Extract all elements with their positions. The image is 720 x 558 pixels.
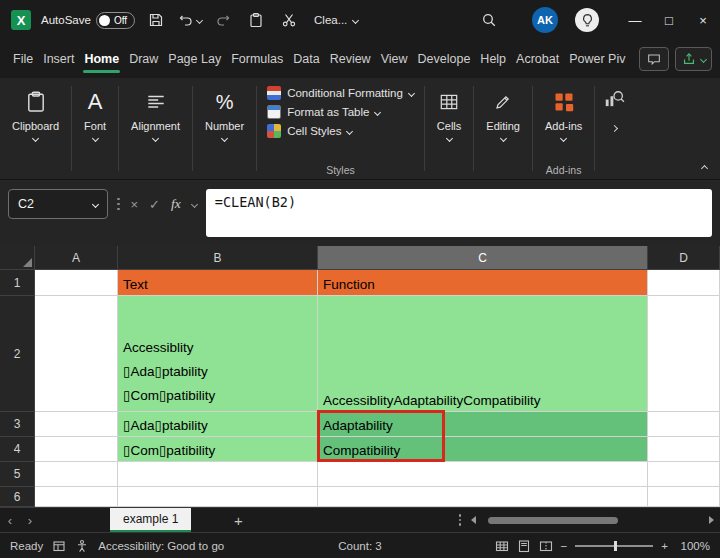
sheet-tab-example1[interactable]: example 1 — [110, 508, 191, 532]
analyze-data-icon[interactable] — [603, 88, 625, 110]
cell-d5[interactable] — [648, 462, 720, 487]
collapse-ribbon-chevron-icon[interactable] — [701, 165, 708, 172]
scroll-left-icon[interactable] — [471, 516, 476, 524]
scrollbar-thumb[interactable] — [488, 517, 618, 524]
row-header-3[interactable]: 3 — [0, 412, 35, 437]
cell-a6[interactable] — [35, 487, 118, 507]
col-header-b[interactable]: B — [118, 246, 318, 270]
zoom-in-button[interactable]: + — [661, 540, 668, 552]
lightbulb-button[interactable] — [575, 8, 599, 32]
cell-a3[interactable] — [35, 412, 118, 437]
macro-record-button[interactable] — [52, 539, 66, 553]
tab-view[interactable]: View — [376, 42, 413, 76]
cell-c4[interactable]: Compatibility — [318, 437, 648, 462]
save-button[interactable] — [144, 8, 168, 32]
accessibility-status[interactable]: Accessibility: Good to go — [98, 540, 224, 552]
select-all-corner[interactable] — [0, 246, 35, 270]
tab-insert[interactable]: Insert — [38, 42, 79, 76]
cell-d2[interactable] — [648, 296, 720, 412]
autosave-switch[interactable]: Off — [96, 12, 135, 29]
cell-a1[interactable] — [35, 270, 118, 296]
close-button[interactable]: × — [686, 0, 720, 40]
accessibility-icon[interactable] — [75, 539, 89, 553]
undo-dropdown-chevron-icon[interactable] — [196, 16, 203, 23]
name-box[interactable]: C2 — [8, 189, 108, 219]
autosave-toggle[interactable]: AutoSave Off — [41, 12, 135, 29]
redo-button[interactable] — [211, 8, 235, 32]
excel-logo-icon[interactable]: X — [10, 9, 32, 31]
comments-button[interactable] — [639, 47, 669, 71]
tab-data[interactable]: Data — [288, 42, 324, 76]
alignment-button[interactable]: Alignment — [131, 88, 180, 141]
row-header-4[interactable]: 4 — [0, 437, 35, 462]
conditional-formatting-button[interactable]: Conditional Formatting — [267, 86, 414, 100]
page-break-view-button[interactable] — [539, 539, 553, 553]
tab-developer[interactable]: Develope — [413, 42, 476, 76]
cell-c5[interactable] — [318, 462, 648, 487]
avatar[interactable]: AK — [532, 7, 558, 33]
col-header-c[interactable]: C — [318, 246, 648, 270]
search-button[interactable] — [477, 8, 501, 32]
cell-c3[interactable]: Adaptability — [318, 412, 648, 437]
paste-button[interactable] — [244, 8, 268, 32]
cell-d3[interactable] — [648, 412, 720, 437]
drag-handle-icon[interactable] — [117, 198, 120, 211]
col-header-d[interactable]: D — [648, 246, 720, 270]
insert-function-button[interactable]: fx — [171, 196, 181, 212]
format-as-table-button[interactable]: Format as Table — [267, 105, 380, 119]
maximize-button[interactable]: □ — [652, 0, 686, 40]
formula-bar-chevron-icon[interactable] — [191, 200, 198, 207]
next-sheet-button[interactable]: › — [20, 513, 40, 528]
row-header-6[interactable]: 6 — [0, 487, 35, 507]
zoom-slider[interactable] — [575, 545, 653, 547]
cell-d1[interactable] — [648, 270, 720, 296]
row-header-5[interactable]: 5 — [0, 462, 35, 487]
share-button[interactable] — [675, 47, 712, 71]
prev-sheet-button[interactable]: ‹ — [0, 513, 20, 528]
cell-c1[interactable]: Function — [318, 270, 648, 296]
normal-view-button[interactable] — [495, 539, 509, 553]
minimize-button[interactable]: — — [618, 0, 652, 40]
tab-page-layout[interactable]: Page Lay — [163, 42, 226, 76]
cell-c6[interactable] — [318, 487, 648, 507]
zoom-slider-thumb[interactable] — [614, 541, 617, 551]
cell-b4[interactable]: ▯Com▯patibility — [118, 437, 318, 462]
cell-d4[interactable] — [648, 437, 720, 462]
cell-styles-button[interactable]: Cell Styles — [267, 124, 352, 138]
tab-home[interactable]: Home — [79, 42, 124, 76]
cell-b3[interactable]: ▯Ada▯ptability — [118, 412, 318, 437]
sheet-options-kebab-icon[interactable] — [449, 514, 472, 526]
add-ins-button[interactable]: Add-ins — [545, 88, 582, 141]
cancel-entry-button[interactable]: × — [131, 197, 139, 212]
cells-button[interactable]: Cells — [437, 88, 461, 141]
cell-a5[interactable] — [35, 462, 118, 487]
cell-b5[interactable] — [118, 462, 318, 487]
tab-formulas[interactable]: Formulas — [226, 42, 288, 76]
confirm-entry-button[interactable]: ✓ — [149, 197, 160, 212]
tab-file[interactable]: File — [8, 42, 38, 76]
tab-draw[interactable]: Draw — [124, 42, 163, 76]
page-layout-view-button[interactable] — [517, 539, 531, 553]
add-sheet-button[interactable]: + — [227, 512, 249, 529]
horizontal-scrollbar[interactable] — [471, 516, 714, 525]
cell-a4[interactable] — [35, 437, 118, 462]
cell-b1[interactable]: Text — [118, 270, 318, 296]
number-button[interactable]: % Number — [205, 88, 244, 141]
cell-c2-active[interactable]: AccessiblityAdaptabilityCompatibility — [318, 296, 648, 412]
clipboard-button[interactable]: Clipboard — [12, 88, 59, 141]
ribbon-expand-chevron-icon[interactable] — [611, 125, 618, 132]
zoom-out-button[interactable]: − — [561, 540, 568, 552]
qat-command-dropdown[interactable]: Clea... — [314, 14, 358, 26]
tab-help[interactable]: Help — [475, 42, 511, 76]
editing-button[interactable]: Editing — [486, 88, 520, 141]
zoom-level[interactable]: 100% — [676, 540, 710, 552]
tab-power-pivot[interactable]: Power Piv — [564, 42, 630, 76]
formula-input[interactable]: =CLEAN(B2) — [206, 189, 712, 237]
scrollbar-track[interactable] — [480, 516, 705, 525]
tab-acrobat[interactable]: Acrobat — [511, 42, 564, 76]
cell-b2[interactable]: Accessiblity ▯Ada▯ptability ▯Com▯patibil… — [118, 296, 318, 412]
cut-button[interactable] — [277, 8, 301, 32]
cell-d6[interactable] — [648, 487, 720, 507]
col-header-a[interactable]: A — [35, 246, 118, 270]
cell-a2[interactable] — [35, 296, 118, 412]
